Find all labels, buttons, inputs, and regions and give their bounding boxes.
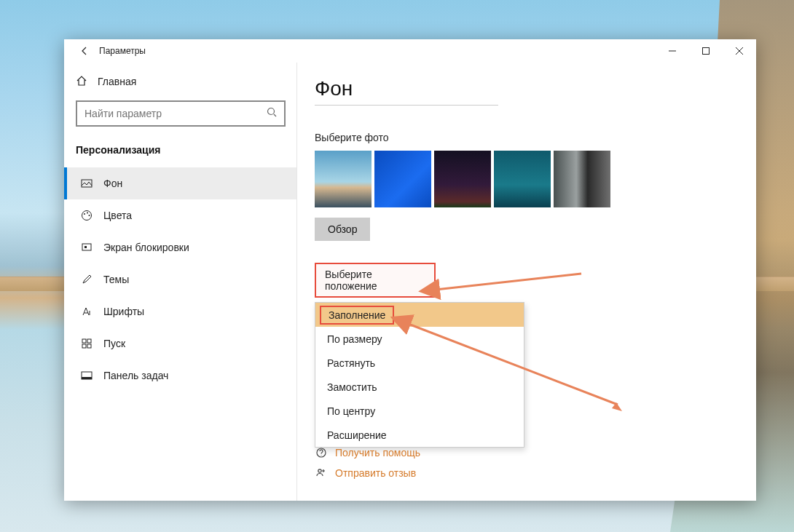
title-underline <box>315 105 498 106</box>
svg-rect-9 <box>82 339 86 343</box>
home-link[interactable]: Главная <box>64 65 297 98</box>
get-help-link[interactable]: Получить помощь <box>315 442 420 463</box>
palette-icon <box>80 210 93 221</box>
thumbnail-3[interactable] <box>434 151 491 207</box>
window-title: Параметры <box>99 46 146 56</box>
svg-point-16 <box>318 469 321 472</box>
sidebar-item-taskbar[interactable]: Панель задач <box>64 360 297 392</box>
feedback-icon <box>315 467 328 479</box>
fit-option-label: Растянуть <box>327 357 375 369</box>
sidebar-item-label: Шрифты <box>103 306 144 317</box>
minimize-button[interactable] <box>656 39 689 63</box>
svg-rect-12 <box>87 344 91 348</box>
desktop-wallpaper: Параметры Главная <box>0 0 794 532</box>
help-links: Получить помощь Отправить отзыв <box>315 442 420 483</box>
help-icon <box>315 447 328 458</box>
lockscreen-icon <box>80 242 93 253</box>
svg-point-1 <box>268 108 275 115</box>
sidebar-section-title: Персонализация <box>64 138 297 167</box>
feedback-text[interactable]: Отправить отзыв <box>335 467 416 479</box>
svg-point-3 <box>82 211 92 221</box>
svg-line-17 <box>436 274 581 290</box>
home-icon <box>76 75 87 89</box>
sidebar: Главная Персонализация Фон <box>64 63 297 501</box>
svg-rect-11 <box>82 344 86 348</box>
fit-option-tile[interactable]: Замостить <box>315 375 524 399</box>
thumbnail-4[interactable] <box>494 151 551 207</box>
maximize-button[interactable] <box>689 39 723 63</box>
choose-photo-label: Выберите фото <box>315 132 739 143</box>
sidebar-item-label: Фон <box>103 178 122 189</box>
search-icon <box>267 107 277 120</box>
fit-option-fill[interactable]: Заполнение <box>315 303 524 327</box>
content-pane: Фон Выберите фото Обзор Выберите положен… <box>297 63 756 501</box>
fit-option-fit[interactable]: По размеру <box>315 327 524 351</box>
svg-rect-8 <box>84 246 87 248</box>
font-icon <box>80 306 93 317</box>
sidebar-item-background[interactable]: Фон <box>64 167 297 199</box>
fit-dropdown-label: Выберите положение <box>315 263 436 298</box>
thumbnail-2[interactable] <box>374 151 431 207</box>
fit-option-label: По размеру <box>327 333 382 345</box>
sidebar-item-fonts[interactable]: Шрифты <box>64 295 297 327</box>
browse-button[interactable]: Обзор <box>315 218 370 241</box>
fit-option-label: Расширение <box>327 429 387 441</box>
sidebar-item-start[interactable]: Пуск <box>64 327 297 360</box>
svg-rect-0 <box>703 48 710 55</box>
picture-icon <box>80 178 93 189</box>
fit-option-label: По центру <box>327 405 375 417</box>
sidebar-item-lockscreen[interactable]: Экран блокировки <box>64 231 297 263</box>
titlebar: Параметры <box>64 39 756 63</box>
photo-thumbnails <box>315 151 739 207</box>
svg-rect-14 <box>82 377 92 379</box>
thumbnail-5[interactable] <box>554 151 610 207</box>
sidebar-item-label: Цвета <box>103 210 132 221</box>
settings-window: Параметры Главная <box>64 39 756 501</box>
home-label: Главная <box>98 76 136 87</box>
feedback-link[interactable]: Отправить отзыв <box>315 463 420 483</box>
sidebar-item-label: Экран блокировки <box>103 242 189 253</box>
svg-point-6 <box>89 215 90 216</box>
brush-icon <box>80 274 93 285</box>
sidebar-item-label: Панель задач <box>103 370 168 381</box>
sidebar-item-label: Темы <box>103 274 129 285</box>
start-icon <box>80 338 93 349</box>
page-title: Фон <box>315 77 739 100</box>
sidebar-item-themes[interactable]: Темы <box>64 263 297 295</box>
search-box[interactable] <box>76 100 286 127</box>
fit-option-stretch[interactable]: Растянуть <box>315 351 524 375</box>
thumbnail-1[interactable] <box>315 151 372 207</box>
fit-option-label: Замостить <box>327 381 377 393</box>
svg-rect-10 <box>87 339 91 343</box>
fit-dropdown[interactable]: Заполнение По размеру Растянуть Замостит… <box>315 302 524 448</box>
sidebar-item-label: Пуск <box>103 338 125 349</box>
back-button[interactable] <box>70 39 99 63</box>
sidebar-item-colors[interactable]: Цвета <box>64 199 297 231</box>
fit-option-fill-label: Заполнение <box>320 306 394 325</box>
svg-point-4 <box>84 213 85 215</box>
search-input[interactable] <box>84 108 267 119</box>
fit-option-center[interactable]: По центру <box>315 399 524 423</box>
close-button[interactable] <box>723 39 756 63</box>
taskbar-icon <box>80 370 93 381</box>
svg-point-5 <box>87 213 88 214</box>
get-help-text[interactable]: Получить помощь <box>335 447 420 458</box>
